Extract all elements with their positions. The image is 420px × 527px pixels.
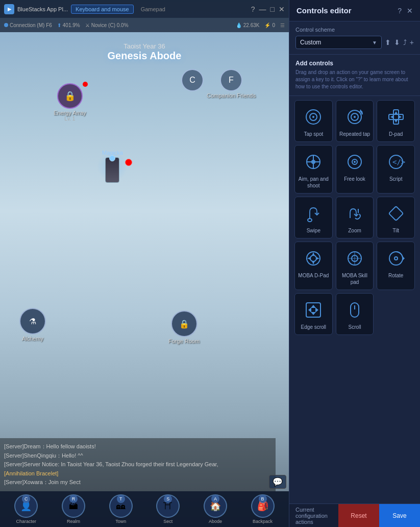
hotbar-sect[interactable]: S ⛩ Sect: [156, 494, 180, 524]
tap-spot-icon-wrap: [302, 106, 325, 128]
close-icon[interactable]: ✕: [279, 5, 285, 13]
reset-button[interactable]: Reset: [338, 504, 379, 527]
rotate-label: Rotate: [388, 272, 403, 279]
scheme-value: Custom: [300, 39, 321, 46]
svg-point-25: [310, 255, 316, 261]
add-icon[interactable]: +: [410, 38, 414, 46]
character-label: Character: [16, 519, 37, 524]
panel-title: Controls editor: [297, 6, 352, 15]
control-zoom[interactable]: Zoom: [336, 197, 374, 238]
control-tilt[interactable]: Tilt: [377, 197, 415, 238]
hotbar-realm[interactable]: R 🏔 Realm: [62, 494, 85, 524]
control-aim-pan[interactable]: Aim, pan and shoot: [294, 145, 333, 194]
add-controls-desc: Drag and drop an action on your game scr…: [295, 69, 414, 90]
moba-dpad-icon-wrap: [302, 247, 325, 270]
control-dpad[interactable]: D-pad: [377, 100, 415, 142]
energy-array-icon[interactable]: 🔒 Energy Array Lv. 1: [54, 83, 86, 122]
player-head: [109, 155, 115, 161]
free-look-icon: [345, 152, 364, 172]
scheme-label: Control scheme: [295, 27, 414, 33]
backpack-label: Backpack: [253, 519, 273, 524]
script-icon: </>: [386, 152, 406, 172]
repeated-tap-icon: [345, 107, 364, 127]
energy-sublabel: Lv. 1: [64, 116, 75, 122]
footer-label: Current configuration actions: [289, 507, 338, 525]
tilt-label: Tilt: [392, 227, 399, 234]
svg-marker-9: [394, 111, 398, 114]
status-bar: Connection (M) F6 ⬆ 401.9% ⚔ Novice (C) …: [0, 18, 289, 32]
character-circle: C 👤: [14, 494, 38, 518]
scroll-icon-wrap: [343, 299, 366, 321]
tab-keyboard[interactable]: Keyboard and mouse: [71, 5, 134, 14]
svg-point-19: [354, 161, 356, 163]
svg-point-35: [394, 257, 398, 260]
control-free-look[interactable]: Free look: [336, 145, 374, 194]
aim-pan-icon: [304, 152, 323, 172]
moba-skill-label: MOBA Skill pad: [338, 272, 372, 285]
svg-marker-29: [316, 257, 319, 260]
control-scroll[interactable]: Scroll: [336, 293, 374, 335]
upload-icon[interactable]: ⬆: [385, 38, 391, 46]
sect-label: Sect: [163, 519, 172, 524]
alchemy-circle: ⚗: [19, 308, 46, 334]
maximize-icon[interactable]: □: [270, 5, 275, 13]
scheme-dropdown[interactable]: Custom ▼: [295, 36, 382, 49]
sect-circle: S ⛩: [156, 494, 180, 518]
controls-grid: Tap spot Repeated tap: [289, 96, 420, 504]
help-icon[interactable]: ?: [251, 5, 255, 13]
town-key: T: [117, 495, 125, 503]
diamonds-status: 💧 22.63K: [236, 22, 260, 28]
svg-point-5: [354, 116, 356, 118]
free-look-label: Free look: [344, 176, 365, 182]
abode-label: Abode: [209, 519, 222, 524]
panel-help-icon[interactable]: ?: [398, 7, 402, 15]
control-repeated-tap[interactable]: Repeated tap: [336, 100, 374, 142]
hotbar-backpack[interactable]: B 🎒 Backpack: [251, 494, 275, 524]
save-button[interactable]: Save: [379, 504, 420, 527]
game-area: ▶ BlueStacks App Pl... Keyboard and mous…: [0, 0, 289, 527]
svg-marker-28: [307, 257, 311, 260]
svg-marker-11: [390, 115, 393, 118]
town-circle: T 🏘: [109, 494, 133, 518]
download-icon[interactable]: ⬇: [394, 38, 400, 46]
alchemy-icon[interactable]: ⚗ Alchemy: [19, 308, 46, 342]
controls-row-4: MOBA D-Pad MOBA Skill pad: [294, 242, 415, 290]
hotbar-character[interactable]: C 👤 Character: [14, 494, 38, 524]
controls-row-1: Tap spot Repeated tap: [294, 100, 415, 142]
forge-room-icon[interactable]: 🔒 Forge Room: [168, 310, 200, 344]
dpad-icon: [386, 107, 406, 127]
backpack-circle: B 🎒: [251, 494, 275, 518]
chat-button[interactable]: 💬: [269, 475, 286, 489]
chat-highlight: [Annihilation Bracelet]: [4, 470, 58, 476]
control-edge-scroll[interactable]: Edge scroll: [294, 293, 333, 335]
control-tap-spot[interactable]: Tap spot: [294, 100, 333, 142]
control-script[interactable]: </> Script: [377, 145, 415, 194]
control-moba-dpad[interactable]: MOBA D-Pad: [294, 242, 333, 290]
svg-text:</>: </>: [392, 158, 405, 166]
hotbar-abode[interactable]: A 🏠 Abode: [204, 494, 227, 524]
hotbar-town[interactable]: T 🏘 Town: [109, 494, 133, 524]
zoom-label: Zoom: [348, 227, 361, 234]
control-swipe[interactable]: Swipe: [294, 197, 333, 238]
zoom-icon-wrap: [343, 202, 366, 225]
add-controls-section: Add controls Drag and drop an action on …: [289, 55, 420, 96]
side-panel: Controls editor ? ✕ Control scheme Custo…: [289, 0, 420, 527]
share-icon[interactable]: ⤴: [403, 38, 407, 46]
panel-header-icons: ? ✕: [398, 7, 413, 15]
bluestacks-logo: ▶: [4, 4, 14, 14]
companion-c-icon[interactable]: C: [181, 69, 204, 91]
tab-gamepad[interactable]: Gamepad: [137, 5, 169, 13]
panel-close-icon[interactable]: ✕: [407, 7, 413, 15]
free-look-icon-wrap: [343, 151, 366, 173]
fps-status: ⬆ 401.9%: [57, 22, 80, 28]
top-bar: ▶ BlueStacks App Pl... Keyboard and mous…: [0, 0, 289, 18]
control-moba-skill[interactable]: MOBA Skill pad: [336, 242, 374, 290]
svg-point-22: [308, 219, 312, 222]
alchemy-label: Alchemy: [22, 336, 43, 342]
svg-marker-41: [315, 307, 318, 313]
swipe-label: Swipe: [307, 227, 320, 234]
companion-f-icon[interactable]: F Companion Friends: [207, 69, 256, 99]
minimize-icon[interactable]: —: [259, 5, 266, 13]
control-rotate[interactable]: Rotate: [377, 242, 415, 290]
menu-icon-status[interactable]: ☰: [280, 22, 285, 28]
